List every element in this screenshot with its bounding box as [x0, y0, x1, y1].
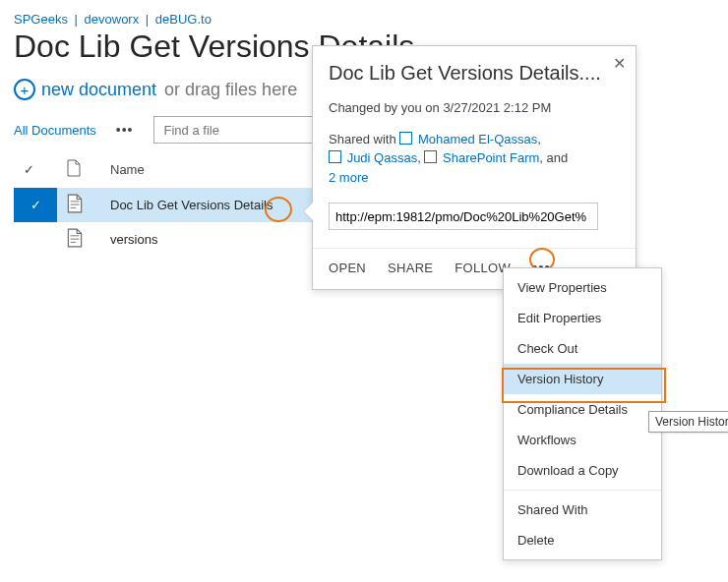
changed-by-line: Changed by you on 3/27/2021 2:12 PM: [329, 98, 620, 118]
menu-check-out[interactable]: Check Out: [504, 333, 661, 364]
close-icon[interactable]: ✕: [613, 56, 626, 72]
menu-delete[interactable]: Delete: [504, 525, 661, 555]
shared-person[interactable]: SharePoint Farm: [443, 150, 539, 165]
drag-hint: or drag files here: [164, 80, 297, 100]
document-url-field[interactable]: [329, 203, 598, 230]
shared-with-line: Shared with Mohamed El-Qassas, Judi Qass…: [329, 130, 620, 188]
new-document-link[interactable]: new document: [41, 80, 156, 100]
menu-compliance-details[interactable]: Compliance Details: [504, 394, 661, 425]
share-checkbox-icon[interactable]: [399, 132, 412, 145]
shared-more-link[interactable]: 2 more: [329, 170, 368, 185]
menu-view-properties[interactable]: View Properties: [504, 272, 661, 303]
column-type-icon: [57, 153, 100, 188]
breadcrumb: SPGeeks | devoworx | deBUG.to: [14, 12, 714, 27]
breadcrumb-item-devoworx[interactable]: devoworx: [85, 12, 140, 27]
open-button[interactable]: OPEN: [329, 261, 366, 275]
menu-shared-with[interactable]: Shared With: [504, 495, 661, 525]
menu-workflows[interactable]: Workflows: [504, 425, 661, 455]
tooltip-version-history: Version History: [648, 411, 728, 433]
file-callout: ✕ Doc Lib Get Versions Details.... Chang…: [312, 45, 637, 290]
views-ellipsis-icon[interactable]: •••: [112, 123, 138, 137]
breadcrumb-item-spgeeks[interactable]: SPGeeks: [14, 12, 68, 27]
shared-person[interactable]: Judi Qassas: [347, 150, 418, 165]
callout-title: Doc Lib Get Versions Details....: [329, 62, 620, 85]
menu-download-a-copy[interactable]: Download a Copy: [504, 455, 661, 486]
share-button[interactable]: SHARE: [388, 261, 433, 275]
menu-version-history[interactable]: Version History: [504, 364, 661, 394]
share-checkbox-icon[interactable]: [424, 150, 437, 163]
context-menu: View Properties Edit Properties Check Ou…: [503, 267, 662, 560]
check-icon: ✓: [30, 198, 41, 212]
column-select[interactable]: ✓: [14, 153, 57, 188]
menu-separator: [504, 490, 661, 491]
callout-beak: [303, 202, 313, 221]
shared-person[interactable]: Mohamed El-Qassas: [418, 132, 537, 146]
view-all-documents[interactable]: All Documents: [14, 123, 96, 138]
share-checkbox-icon[interactable]: [329, 150, 341, 163]
breadcrumb-item-debugto[interactable]: deBUG.to: [155, 12, 212, 27]
breadcrumb-sep: |: [146, 12, 149, 27]
plus-icon[interactable]: +: [14, 79, 35, 100]
file-icon: [57, 222, 100, 257]
file-icon: [57, 188, 100, 222]
menu-edit-properties[interactable]: Edit Properties: [504, 303, 661, 333]
breadcrumb-sep: |: [75, 12, 78, 27]
